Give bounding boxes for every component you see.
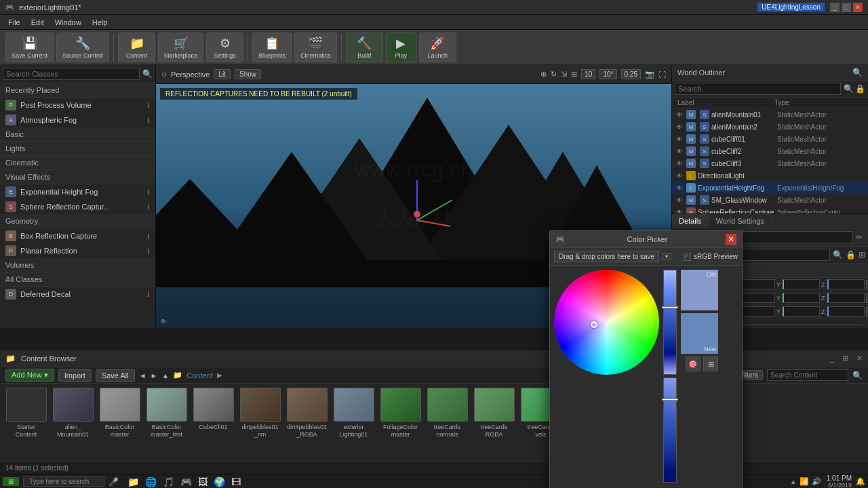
cp-wheel-wrapper[interactable] xyxy=(554,270,659,375)
class-item-expfog[interactable]: E Exponential Height Fog ℹ xyxy=(0,184,155,199)
cp-alpha-slider[interactable] xyxy=(663,378,677,483)
cp-hue-slider-container[interactable] xyxy=(663,270,677,375)
taskbar-ps[interactable]: 🖼 xyxy=(196,476,210,488)
class-search-input[interactable] xyxy=(3,68,140,80)
srgb-checkbox[interactable]: ✓ xyxy=(683,253,691,261)
save-current-button[interactable]: 💾 Save Current xyxy=(5,33,54,62)
vp-zoom[interactable]: 0.25 xyxy=(621,69,641,79)
menu-edit[interactable]: Edit xyxy=(26,18,50,26)
notification-icon[interactable]: 🔔 xyxy=(856,477,865,486)
scale-y-input[interactable]: 1.0 xyxy=(783,306,820,317)
cp-close-btn[interactable]: ✕ xyxy=(726,234,736,245)
scale-x-input[interactable]: 1.0 xyxy=(738,306,775,317)
cp-wheel[interactable] xyxy=(554,270,659,375)
visibility-icon[interactable]: 👁 xyxy=(675,123,684,131)
cb-item-alien-m1[interactable]: alien_Mountain01 xyxy=(51,388,95,439)
viewport-mode[interactable]: Perspective xyxy=(171,70,210,79)
cinematics-button[interactable]: 🎬 Cinematics xyxy=(294,33,337,62)
show-btn[interactable]: Show xyxy=(235,69,261,79)
location-y-input[interactable]: 440.0 xyxy=(783,279,820,289)
visibility-icon[interactable]: 👁 xyxy=(675,184,684,192)
save-all-btn[interactable]: Save All xyxy=(96,369,135,382)
cp-save-dropdown[interactable]: ▾ xyxy=(662,253,671,260)
visibility-icon[interactable]: 👁 xyxy=(675,197,684,204)
scale-lock-btn[interactable]: 🔒 xyxy=(866,307,868,317)
cb-item-dirt-pebbles[interactable]: dirtpebbles01_nm xyxy=(238,388,282,439)
start-btn[interactable]: ⊞ xyxy=(3,477,19,486)
vp-cam-speed[interactable]: 📷 xyxy=(645,70,654,79)
outliner-row-expfog[interactable]: 👁 F ExponentialHeightFog ExponentialHeig… xyxy=(672,182,868,194)
menu-window[interactable]: Window xyxy=(50,18,87,26)
cb-item-dirt-rgba[interactable]: dirt4pebbles01_RGBA xyxy=(285,388,329,439)
taskbar-explorer[interactable]: 📁 xyxy=(125,476,141,488)
section-all-classes[interactable]: All Classes xyxy=(0,272,155,287)
vp-translate-icon[interactable]: ⊕ xyxy=(540,70,547,79)
vp-angle[interactable]: 10° xyxy=(599,69,616,79)
outliner-row-dirlight[interactable]: 👁 L DirectionalLight xyxy=(672,169,868,182)
cb-item-basiccolor[interactable]: BasicColormaster xyxy=(98,388,142,439)
class-item-sphere-reflect[interactable]: S Sphere Reflection Captur... ℹ xyxy=(0,199,155,214)
class-item-postprocess[interactable]: P Post Process Volume ℹ xyxy=(0,98,155,113)
visibility-icon[interactable]: 👁 xyxy=(675,160,684,167)
network-icon[interactable]: 📶 xyxy=(800,477,809,486)
cb-item-foliage[interactable]: FoliageColormaster xyxy=(378,388,422,439)
taskbar-voice-icon[interactable]: 🎤 xyxy=(108,477,119,487)
location-x-input[interactable]: 1940.0 xyxy=(738,279,775,289)
rotation-x-input[interactable]: 0.0° xyxy=(738,293,775,303)
cb-item-cube[interactable]: CubeCli01 xyxy=(191,388,235,439)
taskbar-music[interactable]: 🎵 xyxy=(161,476,176,488)
vp-grid-size[interactable]: 10 xyxy=(581,69,595,79)
volume-icon[interactable]: 🔊 xyxy=(812,477,821,486)
cb-close-btn[interactable]: ✕ xyxy=(856,354,863,363)
outliner-row-cube3[interactable]: 👁 M S cubeCliff3 StaticMeshActor xyxy=(672,157,868,169)
add-new-btn[interactable]: Add New ▾ xyxy=(5,369,54,382)
visibility-icon[interactable]: 👁 xyxy=(675,148,684,155)
search-bar-taskbar[interactable]: Type here to search xyxy=(23,476,104,487)
vp-rotate-icon[interactable]: ↻ xyxy=(551,70,557,79)
outliner-row-cube2[interactable]: 👁 M S cubeCliff2 StaticMeshActor xyxy=(672,145,868,157)
clock[interactable]: 1:01 PM 6/1/2019 xyxy=(827,474,852,488)
cb-nav-back[interactable]: ◄ xyxy=(139,371,146,380)
outliner-row-alien1[interactable]: 👁 M S alienMountain01 StaticMeshActor xyxy=(672,108,868,121)
play-button[interactable]: ▶ Play xyxy=(386,33,416,62)
cb-item-treecards-rgba[interactable]: treeCardsRGBA xyxy=(472,388,516,439)
cp-srgb-check[interactable]: ✓ sRGB Preview xyxy=(683,253,738,261)
cb-search-input[interactable] xyxy=(767,369,848,381)
class-item-atmfog[interactable]: A Atmospheric Fog ℹ xyxy=(0,113,155,127)
cb-item-basiccolor-inst[interactable]: BasicColormaster_Inst xyxy=(144,388,189,439)
vp-world-local[interactable]: ⊞ xyxy=(571,70,577,79)
location-lock-btn[interactable]: 🔒 xyxy=(866,280,868,289)
section-lights[interactable]: Lights xyxy=(0,142,155,156)
outliner-search-input[interactable] xyxy=(675,83,841,95)
section-visual-effects[interactable]: Visual Effects xyxy=(0,170,155,184)
details-grid-icon[interactable]: ⊞ xyxy=(859,250,865,260)
section-volumes[interactable]: Volumes xyxy=(0,258,155,272)
cp-hue-slider[interactable] xyxy=(663,270,677,375)
build-button[interactable]: 🔨 Build xyxy=(346,33,383,62)
outliner-row-cube1[interactable]: 👁 M S cubeCliff01 StaticMeshActor xyxy=(672,133,868,145)
outliner-row-glass[interactable]: 👁 M S SM_GlassWindow StaticMeshActor xyxy=(672,194,868,206)
visibility-icon[interactable]: 👁 xyxy=(675,136,684,143)
details-lock-icon[interactable]: 🔒 xyxy=(846,250,856,260)
taskbar-chrome[interactable]: 🌐 xyxy=(143,476,159,488)
cb-nav-up[interactable]: ▲ xyxy=(161,371,169,380)
cp-expand-btn[interactable]: ⊞ xyxy=(703,357,718,371)
cb-path[interactable]: Content xyxy=(186,371,213,380)
source-control-button[interactable]: 🔧 Source Control xyxy=(56,33,109,62)
cb-item-exterior[interactable]: exteriorLighting01 xyxy=(332,388,376,439)
launch-button[interactable]: 🚀 Launch xyxy=(419,33,456,62)
rotation-z-input[interactable]: 0.0° xyxy=(827,293,865,303)
rotation-lock-btn[interactable]: 🔒 xyxy=(866,293,868,303)
visibility-icon[interactable]: 👁 xyxy=(675,172,684,180)
tab-details[interactable]: Details xyxy=(672,214,709,228)
menu-file[interactable]: File xyxy=(3,18,26,26)
class-item-deferred-decal[interactable]: D Deferred Decal ℹ xyxy=(0,287,155,302)
close-btn[interactable]: ✕ xyxy=(853,3,863,12)
rotation-y-input[interactable]: 0.0° xyxy=(783,293,820,303)
taskbar-browser2[interactable]: 🌍 xyxy=(212,476,227,488)
section-recently-placed[interactable]: Recently Placed xyxy=(0,83,155,98)
section-cinematic[interactable]: Cinematic xyxy=(0,156,155,170)
vp-maximize[interactable]: ⛶ xyxy=(658,70,666,79)
cb-minimize-btn[interactable]: _ xyxy=(830,354,834,363)
outliner-row-sphere-reflect[interactable]: 👁 R SphereReflectionCapture SphereReflec… xyxy=(672,206,868,214)
